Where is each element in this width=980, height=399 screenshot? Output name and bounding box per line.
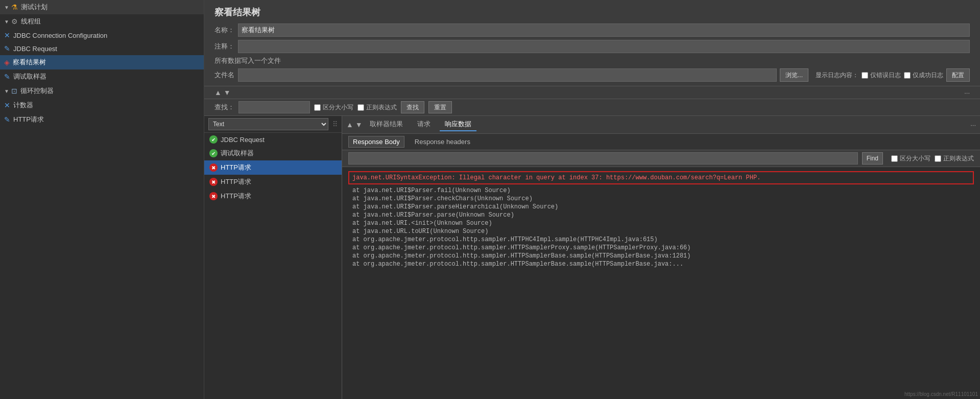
request-item-http-3[interactable]: ✖ HTTP请求 [204, 189, 342, 203]
request-label-http-3: HTTP请求 [221, 192, 251, 201]
tab-request[interactable]: 请求 [412, 118, 436, 131]
sidebar-item-counter[interactable]: ✕ 计数器 [0, 98, 204, 112]
success-log-checkbox[interactable] [904, 72, 911, 79]
request-item-http-2[interactable]: ✖ HTTP请求 [204, 175, 342, 189]
status-error-icon: ✖ [209, 192, 218, 200]
request-label-debug: 调试取样器 [221, 149, 254, 158]
response-sub-tabs: Response Body Response headers [342, 134, 980, 150]
format-dropdown[interactable]: Text [208, 118, 328, 130]
response-body: java.net.URISyntaxException: Illegal cha… [342, 167, 980, 399]
main-content: 察看结果树 名称： 注释： 所有数据写入一个文件 文件名 浏览... 显示日志内… [204, 0, 980, 399]
sidebar-item-loop-controller[interactable]: ▼ ⊡ 循环控制器 [0, 84, 204, 98]
test-plan-icon: ⚗ [11, 3, 18, 11]
response-more-dots[interactable]: ··· [970, 121, 976, 129]
reset-button[interactable]: 重置 [428, 101, 452, 113]
browse-button[interactable]: 浏览... [780, 68, 808, 82]
response-down-icon[interactable]: ▼ [355, 121, 363, 129]
response-up-icon[interactable]: ▲ [346, 121, 353, 129]
stack-line-7: at org.apache.jmeter.protocol.http.sampl… [352, 244, 974, 252]
sidebar-label-debug-sampler: 调试取样器 [13, 72, 46, 81]
sub-tab-headers[interactable]: Response headers [411, 136, 474, 147]
sub-tab-body[interactable]: Response Body [348, 136, 404, 148]
sidebar-label-http-request: HTTP请求 [13, 115, 44, 124]
request-label-http-1: HTTP请求 [221, 163, 251, 172]
case-sensitive-label: 区分大小写 [314, 103, 353, 112]
sidebar-item-view-results[interactable]: ◈ 察看结果树 [0, 55, 204, 69]
request-item-jdbc[interactable]: ✔ JDBC Request [204, 133, 342, 146]
arrow-icon: ▼ [4, 88, 9, 94]
search-row: 查找： 区分大小写 正则表达式 查找 重置 [204, 99, 980, 116]
name-input[interactable] [238, 24, 970, 37]
stack-line-4: at java.net.URI.<init>(Unknown Source) [352, 219, 974, 227]
response-panel: ▲ ▼ 取样器结果 请求 响应数据 ··· Response Body Resp… [342, 116, 980, 399]
error-log-label: 仅错误日志 [870, 71, 901, 80]
all-data-label: 所有数据写入一个文件 [214, 56, 281, 65]
stack-line-5: at java.net.URL.toURI(Unknown Source) [352, 227, 974, 236]
arrow-icon: ▼ [4, 5, 9, 10]
up-arrow-icon[interactable]: ▲ [214, 88, 222, 97]
stack-line-3: at java.net.URI$Parser.parse(Unknown Sou… [352, 211, 974, 219]
sidebar-label-loop-controller: 循环控制器 [20, 86, 54, 96]
sidebar-item-thread-group[interactable]: ▼ ⚙ 线程组 [0, 14, 204, 29]
sidebar-item-test-plan[interactable]: ▼ ⚗ 测试计划 [0, 0, 204, 14]
comment-label: 注释： [214, 42, 235, 51]
response-find-button[interactable]: Find [862, 152, 883, 165]
file-input[interactable] [238, 68, 777, 82]
status-success-icon: ✔ [209, 135, 218, 144]
response-toolbar: ▲ ▼ 取样器结果 请求 响应数据 ··· [342, 116, 980, 134]
case-label-text: 区分大小写 [323, 103, 353, 112]
name-row: 名称： [214, 24, 970, 37]
sidebar-label-jdbc-request: JDBC Request [13, 45, 57, 53]
comment-input[interactable] [238, 40, 970, 53]
find-button[interactable]: 查找 [401, 101, 424, 113]
top-form: 察看结果树 名称： 注释： 所有数据写入一个文件 文件名 浏览... 显示日志内… [204, 0, 980, 86]
search-input[interactable] [238, 101, 310, 113]
debug-icon: ✎ [4, 73, 10, 81]
sidebar: ▼ ⚗ 测试计划 ▼ ⚙ 线程组 ✕ JDBC Connection Confi… [0, 0, 204, 399]
arrow-icon: ▼ [4, 19, 9, 25]
down-arrow-icon[interactable]: ▼ [224, 88, 231, 97]
more-dots[interactable]: ··· [964, 89, 970, 97]
response-tabs: 取样器结果 请求 响应数据 [365, 118, 476, 131]
jdbc-req-icon: ✎ [4, 44, 10, 53]
case-sensitive-checkbox[interactable] [314, 104, 321, 111]
view-results-icon: ◈ [4, 58, 10, 66]
regex-label: 正则表达式 [357, 103, 397, 112]
error-log-checkbox-label: 仅错误日志 [862, 71, 901, 80]
log-label: 显示日志内容： [816, 71, 858, 80]
sidebar-label-thread-group: 线程组 [21, 17, 41, 26]
error-line: java.net.URISyntaxException: Illegal cha… [348, 171, 974, 184]
request-item-debug[interactable]: ✔ 调试取样器 [204, 146, 342, 160]
response-search-input[interactable] [348, 152, 858, 165]
sidebar-label-jdbc-config: JDBC Connection Configuration [13, 32, 107, 39]
response-case-label-text: 区分大小写 [900, 154, 930, 163]
response-search-row: Find 区分大小写 正则表达式 [342, 150, 980, 167]
response-regex-checkbox[interactable] [935, 155, 941, 162]
regex-checkbox[interactable] [357, 104, 364, 111]
regex-label-text: 正则表达式 [366, 103, 397, 112]
comment-row: 注释： [214, 40, 970, 53]
config-button[interactable]: 配置 [946, 68, 970, 82]
response-regex-label: 正则表达式 [935, 154, 974, 163]
sidebar-item-jdbc-config[interactable]: ✕ JDBC Connection Configuration [0, 29, 204, 42]
stack-line-8: at org.apache.jmeter.protocol.http.sampl… [352, 252, 974, 260]
stack-line-9: at org.apache.jmeter.protocol.http.sampl… [352, 260, 974, 268]
tab-response-data[interactable]: 响应数据 [440, 118, 476, 131]
sidebar-label-counter: 计数器 [13, 101, 33, 110]
response-regex-label-text: 正则表达式 [943, 154, 974, 163]
sidebar-item-http-request[interactable]: ✎ HTTP请求 [0, 112, 204, 127]
request-label-jdbc: JDBC Request [221, 136, 265, 144]
sidebar-item-jdbc-request[interactable]: ✎ JDBC Request [0, 42, 204, 55]
drag-handle-icon[interactable]: ⠿ [332, 120, 338, 128]
file-row: 文件名 浏览... 显示日志内容： 仅错误日志 仅成功日志 配置 [214, 68, 970, 82]
request-item-http-1[interactable]: ✖ HTTP请求 [204, 160, 342, 175]
error-log-checkbox[interactable] [862, 72, 868, 79]
status-success-icon: ✔ [209, 149, 218, 157]
sidebar-label-test-plan: 测试计划 [21, 3, 47, 12]
sidebar-item-debug-sampler[interactable]: ✎ 调试取样器 [0, 69, 204, 84]
nav-arrows: ▲ ▼ [214, 88, 231, 97]
tab-sampler-result[interactable]: 取样器结果 [365, 118, 408, 131]
stack-line-6: at org.apache.jmeter.protocol.http.sampl… [352, 236, 974, 244]
success-log-label: 仅成功日志 [913, 71, 943, 80]
response-case-checkbox[interactable] [891, 155, 898, 162]
